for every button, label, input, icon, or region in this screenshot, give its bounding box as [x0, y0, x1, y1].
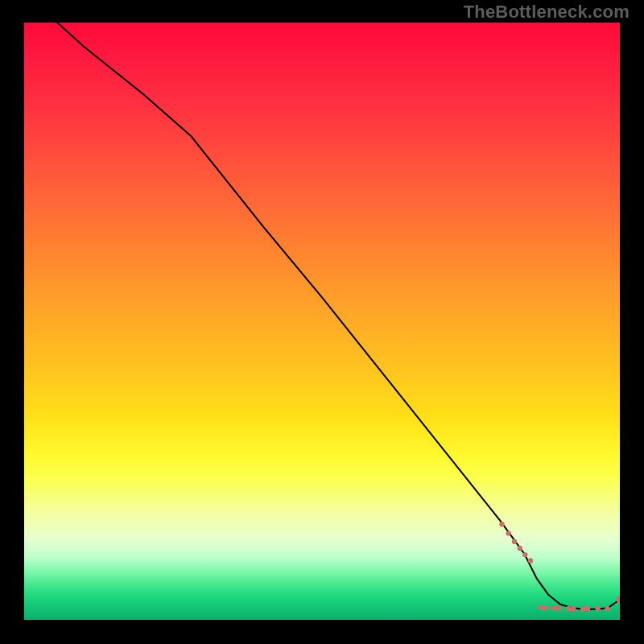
svg-point-1	[506, 530, 510, 535]
svg-point-2	[512, 539, 517, 544]
curve-line	[24, 23, 620, 609]
watermark-text: TheBottleneck.com	[464, 2, 630, 23]
svg-point-4	[522, 552, 527, 557]
svg-point-0	[499, 522, 504, 526]
curve-markers	[499, 522, 620, 611]
svg-point-8	[551, 605, 556, 610]
svg-point-12	[580, 606, 585, 611]
svg-point-9	[556, 605, 561, 610]
svg-point-6	[538, 605, 543, 609]
svg-point-14	[595, 606, 600, 611]
svg-point-11	[571, 606, 576, 611]
chart-frame: TheBottleneck.com	[0, 0, 644, 644]
svg-point-15	[605, 606, 609, 611]
svg-point-3	[517, 546, 522, 551]
svg-point-13	[585, 606, 590, 611]
svg-point-10	[566, 606, 571, 611]
svg-point-5	[528, 558, 533, 563]
chart-overlay	[24, 23, 620, 620]
svg-point-7	[543, 605, 547, 610]
